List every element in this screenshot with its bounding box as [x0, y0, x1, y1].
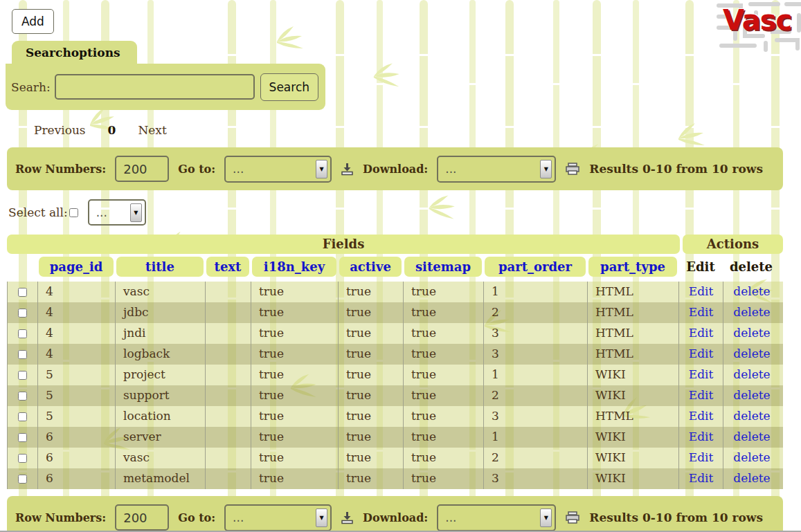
delete-link[interactable]: delete [733, 471, 770, 485]
cell-part_type: HTML [588, 302, 679, 323]
row-checkbox[interactable] [18, 288, 27, 297]
cell-part_order: 1 [484, 282, 588, 302]
delete-cell: delete [723, 344, 780, 365]
row-numbers-input[interactable] [115, 156, 169, 182]
cell-page_id: 6 [38, 427, 116, 448]
cell-sitemap: true [404, 282, 484, 302]
row-select-cell [8, 468, 38, 489]
row-select-cell [8, 282, 38, 302]
column-header-label[interactable]: part_type [588, 257, 677, 277]
row-checkbox[interactable] [18, 309, 27, 318]
column-header-label[interactable]: i18n_key [252, 257, 336, 277]
edit-link[interactable]: Edit [689, 326, 714, 340]
print-icon[interactable] [565, 163, 580, 175]
cell-active: true [339, 282, 404, 302]
column-header-edit: Edit [678, 257, 723, 277]
column-header-title: title [115, 257, 205, 277]
delete-link[interactable]: delete [733, 284, 770, 298]
tab-searchoptions[interactable]: Searchoptions [12, 41, 137, 64]
delete-link[interactable]: delete [733, 326, 770, 340]
column-header-label[interactable]: text [206, 257, 249, 277]
edit-link[interactable]: Edit [689, 409, 714, 423]
data-table: Fields Actions page_idtitletexti18n_keya… [7, 235, 783, 489]
delete-link[interactable]: delete [733, 388, 770, 402]
edit-cell: Edit [679, 385, 723, 406]
chevron-down-icon: ▼ [540, 508, 552, 527]
delete-link[interactable]: delete [733, 367, 770, 381]
fields-group-header: Fields [7, 235, 680, 254]
cell-i18n_key: true [251, 385, 339, 406]
delete-cell: delete [723, 302, 780, 323]
cell-active: true [339, 323, 404, 344]
column-header-label[interactable]: page_id [39, 257, 114, 277]
cell-i18n_key: true [251, 323, 339, 344]
row-checkbox[interactable] [18, 475, 27, 484]
goto-select[interactable]: ... ▼ [224, 156, 332, 183]
column-header-label[interactable]: active [339, 257, 402, 277]
download-select-value: ... [438, 511, 540, 524]
download-icon[interactable] [341, 163, 354, 176]
row-checkbox[interactable] [18, 392, 27, 401]
delete-link[interactable]: delete [733, 347, 770, 360]
print-icon[interactable] [565, 511, 580, 524]
row-checkbox[interactable] [18, 329, 27, 338]
row-checkbox[interactable] [18, 350, 27, 359]
column-header-label[interactable]: title [116, 257, 204, 277]
cell-i18n_key: true [251, 406, 339, 427]
row-select-cell [8, 323, 38, 344]
search-input[interactable] [55, 74, 255, 100]
table-row: 4logbacktruetruetrue3HTMLEditdelete [7, 344, 783, 365]
cell-part_type: HTML [588, 344, 679, 365]
row-checkbox[interactable] [18, 433, 27, 442]
edit-link[interactable]: Edit [689, 305, 714, 319]
cell-active: true [339, 302, 404, 323]
select-all-checkbox[interactable] [69, 208, 78, 217]
edit-cell: Edit [679, 468, 723, 489]
edit-link[interactable]: Edit [689, 347, 714, 360]
edit-link[interactable]: Edit [689, 471, 714, 485]
cell-title: vasc [116, 282, 206, 302]
cell-part_order: 1 [484, 427, 588, 448]
column-header-label[interactable]: sitemap [404, 257, 482, 277]
cell-text [206, 302, 251, 323]
cell-title: project [116, 365, 206, 385]
download-select[interactable]: ... ▼ [437, 156, 556, 183]
edit-link[interactable]: Edit [689, 450, 714, 464]
edit-link[interactable]: Edit [689, 430, 714, 443]
delete-link[interactable]: delete [733, 409, 770, 423]
add-button[interactable]: Add [12, 9, 54, 34]
edit-link[interactable]: Edit [689, 388, 714, 402]
cell-sitemap: true [404, 468, 484, 489]
goto-select[interactable]: ... ▼ [224, 504, 332, 531]
cell-title: support [116, 385, 206, 406]
next-link[interactable]: Next [138, 123, 166, 137]
download-select[interactable]: ... ▼ [437, 504, 556, 531]
row-numbers-input[interactable] [115, 504, 169, 531]
row-checkbox[interactable] [18, 454, 27, 463]
row-checkbox[interactable] [18, 412, 27, 421]
previous-link[interactable]: Previous [34, 123, 86, 137]
cell-text [206, 448, 251, 468]
delete-link[interactable]: delete [733, 305, 770, 319]
bulk-action-select[interactable]: ... ▼ [88, 199, 146, 226]
cell-part_order: 2 [484, 448, 588, 468]
cell-i18n_key: true [251, 448, 339, 468]
column-header-label[interactable]: part_order [485, 257, 586, 277]
delete-cell: delete [723, 468, 780, 489]
edit-cell: Edit [679, 282, 723, 302]
cell-active: true [339, 406, 404, 427]
delete-link[interactable]: delete [733, 450, 770, 464]
row-select-cell [8, 302, 38, 323]
cell-part_order: 3 [484, 323, 588, 344]
download-icon[interactable] [341, 511, 354, 524]
current-page: 0 [108, 123, 116, 137]
row-checkbox[interactable] [18, 371, 27, 380]
results-summary: Results 0-10 from 10 rows [589, 511, 763, 524]
delete-link[interactable]: delete [733, 430, 770, 443]
search-button[interactable]: Search [260, 73, 318, 101]
edit-link[interactable]: Edit [689, 284, 714, 298]
goto-select-value: ... [226, 162, 316, 176]
goto-label: Go to: [178, 163, 215, 176]
cell-sitemap: true [404, 323, 484, 344]
edit-link[interactable]: Edit [689, 367, 714, 381]
